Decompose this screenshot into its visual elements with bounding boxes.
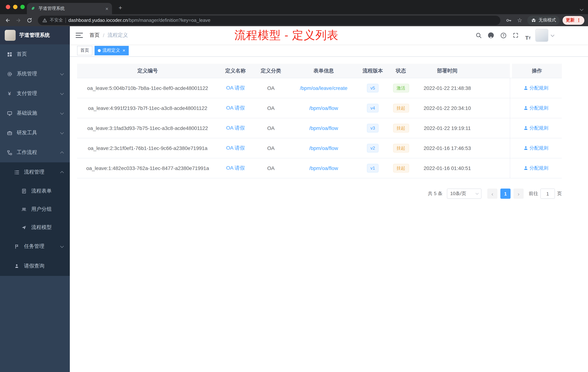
form-link[interactable]: /bpm/oa/flow [309, 125, 338, 131]
chevron-down-icon [60, 131, 64, 134]
avatar-caret-icon[interactable] [551, 33, 554, 37]
page-unit-label: 页 [557, 190, 562, 197]
app: 芋道管理系统 首页 系统管理 ¥ 支付管理 基础设施 [0, 26, 588, 372]
search-icon[interactable] [473, 30, 484, 40]
browser-tab[interactable]: 芋道管理系统 × [27, 3, 112, 14]
form-link[interactable]: /bpm/oa/flow [309, 145, 338, 151]
assign-rule-link[interactable]: 分配规则 [524, 105, 548, 111]
assign-rule-link[interactable]: 分配规则 [524, 165, 548, 171]
minimize-window-button[interactable] [13, 5, 17, 9]
deploy-time: 2022-01-22 19:19:11 [415, 118, 480, 138]
definition-id: oa_leave:1:482ec033-762a-11ec-8477-a2380… [77, 158, 218, 178]
tag-label: 流程定义 [103, 47, 120, 54]
sidebar-item-payment[interactable]: ¥ 支付管理 [0, 84, 70, 103]
close-window-button[interactable] [6, 5, 10, 9]
sidebar-item-process-management[interactable]: 流程管理 [0, 162, 70, 182]
form-link[interactable]: /bpm/oa/flow [309, 165, 338, 171]
back-icon[interactable] [2, 15, 13, 25]
form-link[interactable]: /bpm/oa/flow [309, 105, 338, 111]
avatar[interactable] [535, 29, 548, 42]
definition-name-link[interactable]: OA 请假 [226, 85, 245, 91]
definition-name-link[interactable]: OA 请假 [226, 125, 245, 131]
assign-rule-link[interactable]: 分配规则 [524, 85, 548, 91]
sidebar-item-label: 任务管理 [24, 243, 44, 250]
reload-icon[interactable] [24, 15, 35, 25]
logo-avatar [5, 30, 16, 41]
sidebar-item-task-management[interactable]: 任务管理 [0, 237, 70, 256]
sidebar-item-user-group[interactable]: 用户分组 [0, 200, 70, 219]
deploy-time: 2022-01-16 17:46:53 [415, 138, 480, 158]
sidebar-item-label: 流程管理 [24, 169, 44, 175]
forward-icon[interactable] [13, 15, 24, 25]
svg-text:?: ? [502, 33, 504, 37]
table-row: oa_leave:5:004b710b-7b8a-11ec-8ef0-acde4… [77, 78, 562, 98]
definition-name-link[interactable]: OA 请假 [226, 105, 245, 111]
page-number-button[interactable]: 1 [500, 188, 511, 199]
users-icon [21, 206, 27, 212]
address-bar[interactable]: 不安全 dashboard.yudao.iocoder.cn/bpm/manag… [38, 15, 500, 25]
sidebar-item-process-form[interactable]: 流程表单 [0, 182, 70, 200]
definition-name-link[interactable]: OA 请假 [226, 165, 245, 171]
navbar: 首页 / 流程定义 流程模型 - 定义列表 ? [70, 26, 588, 44]
font-size-icon[interactable]: TT [523, 30, 533, 40]
tag-process-definition[interactable]: 流程定义 × [94, 46, 128, 55]
browser-menu-icon[interactable]: ⋮ [576, 17, 581, 23]
assign-rule-link[interactable]: 分配规则 [524, 125, 548, 131]
main-content: 定义编号 定义名称 定义分类 表单信息 流程版本 状态 部署时间 操作 oa_l… [70, 57, 588, 372]
prev-page-button[interactable]: ‹ [487, 188, 497, 199]
sidebar-logo[interactable]: 芋道管理系统 [0, 26, 70, 44]
sidebar-item-infra[interactable]: 基础设施 [0, 103, 70, 123]
security-label[interactable]: 不安全 [50, 17, 63, 23]
url-text[interactable]: dashboard.yudao.iocoder.cn/bpm/manager/d… [68, 17, 210, 23]
version-badge: v2 [367, 144, 378, 153]
version-badge: v3 [367, 124, 378, 132]
definition-category: OA [253, 158, 289, 178]
tab-close-icon[interactable]: × [105, 6, 108, 11]
key-icon[interactable] [503, 15, 514, 25]
chevron-down-icon [60, 72, 64, 75]
col-header-status: 状态 [387, 64, 415, 78]
browser-update-button[interactable]: 更新 ⋮ [563, 16, 584, 25]
page-size-value: 10条/页 [450, 190, 466, 197]
github-icon[interactable] [486, 30, 496, 40]
content-pane: 首页 / 流程定义 流程模型 - 定义列表 ? [70, 26, 588, 372]
screen: 芋道管理系统 × + 不安全 dashboard.yudao.iocoder.c… [0, 0, 588, 372]
new-tab-button[interactable]: + [116, 4, 124, 12]
sidebar-item-label: 首页 [17, 51, 27, 57]
pagination-total: 共 5 条 [428, 190, 442, 197]
tag-close-icon[interactable]: × [123, 48, 125, 53]
form-link[interactable]: /bpm/oa/leave/create [300, 85, 347, 91]
tab-search-icon[interactable] [580, 6, 583, 12]
help-icon[interactable]: ? [498, 30, 508, 40]
hamburger-icon[interactable] [76, 32, 84, 39]
sidebar-item-leave-query[interactable]: 请假查询 [0, 256, 70, 276]
sidebar-item-system[interactable]: 系统管理 [0, 64, 70, 84]
active-dot [98, 49, 101, 52]
url-path: /bpm/manager/definition?key=oa_leave [128, 17, 210, 23]
table-header: 定义编号 定义名称 定义分类 表单信息 流程版本 状态 部署时间 操作 [77, 64, 562, 78]
table-row: oa_leave:2:3c1f0ef1-76b1-11ec-9c66-a2380… [77, 138, 562, 158]
security-warning-icon[interactable] [42, 18, 47, 23]
page-size-select[interactable]: 10条/页 [447, 188, 482, 199]
bookmark-star-icon[interactable]: ☆ [514, 15, 525, 25]
tag-home[interactable]: 首页 [77, 46, 92, 55]
goto-page-input[interactable] [540, 188, 555, 199]
col-header-time: 部署时间 [415, 64, 480, 78]
sidebar-item-devtools[interactable]: 研发工具 [0, 123, 70, 143]
zoom-window-button[interactable] [20, 5, 25, 9]
status-badge: 挂起 [393, 144, 409, 153]
breadcrumb-home[interactable]: 首页 [89, 32, 100, 39]
navbar-actions: ? TT [473, 29, 582, 42]
fullscreen-icon[interactable] [511, 30, 521, 40]
update-label: 更新 [566, 17, 575, 23]
sidebar-item-home[interactable]: 首页 [0, 44, 70, 64]
chevron-down-icon [476, 192, 479, 195]
sidebar-item-label: 用户分组 [31, 206, 52, 213]
sidebar-item-process-model[interactable]: 流程模型 [0, 219, 70, 237]
sidebar-item-workflow[interactable]: 工作流程 [0, 143, 70, 162]
definition-name-link[interactable]: OA 请假 [226, 145, 245, 152]
assign-rule-link[interactable]: 分配规则 [524, 145, 548, 152]
next-page-button[interactable]: › [514, 188, 524, 199]
col-header-id: 定义编号 [77, 64, 218, 78]
status-badge: 挂起 [393, 104, 409, 112]
